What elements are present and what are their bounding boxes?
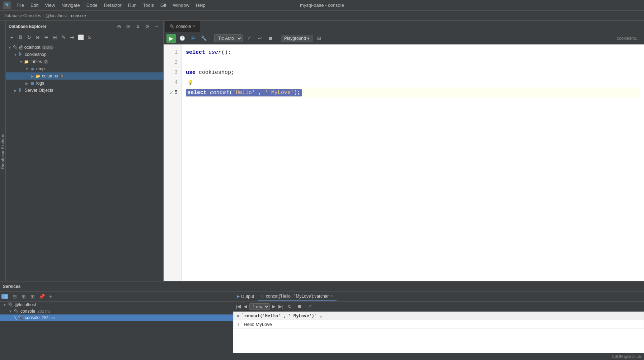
output-icon: ▶ (237, 294, 240, 299)
tree-item-emp[interactable]: ▼ ⊞ emp (6, 65, 163, 72)
rollback-button[interactable]: ↩ (255, 34, 264, 43)
profile-button[interactable]: P (189, 34, 197, 43)
collapse-all-icon[interactable]: ⊞ (20, 293, 28, 300)
breadcrumb-item-2: console (71, 13, 86, 18)
breadcrumb: Database Consoles › @localhost › console (0, 11, 644, 21)
str-mylove: ' MyLove' (265, 90, 294, 96)
new-item-icon[interactable]: + (8, 33, 16, 41)
tx-selector[interactable]: Tx: Auto (214, 34, 243, 42)
tree-item-server-objects[interactable]: ▶ 🗄 Server Objects (6, 87, 163, 94)
chevron-down-icon: ▼ (3, 303, 6, 307)
result-col-header: ⊞ `concat('Hello' , ' MyLove')` ▲ (234, 312, 644, 320)
first-page-button[interactable]: |◀ (235, 304, 241, 309)
minimize-icon[interactable]: − (152, 23, 160, 30)
pin-icon[interactable]: 📌 (38, 293, 46, 300)
menu-edit[interactable]: Edit (28, 1, 41, 9)
filter-tree-icon[interactable]: ⧖ (85, 33, 93, 41)
bulb-icon: 💡 (187, 80, 193, 86)
tab-close-icon[interactable]: ✕ (193, 24, 196, 28)
result-tab-label: concat('Hello', ' MyLove'):varchar (266, 294, 329, 299)
keyword-use: use (186, 70, 196, 76)
sidebar-toolbar: + ⧉ ↻ ⊖ ≣ ⊞ ✎ ⇥ ⬜ ⧖ (6, 32, 163, 42)
commit-button[interactable]: ✓ (245, 34, 253, 43)
session-console-1[interactable]: ▼ 🔌 console 282 ms (0, 308, 233, 314)
code-line-1: select user(); (186, 47, 640, 57)
chevron-down-icon: ▼ (24, 67, 29, 71)
db-name: cookieshop; (199, 70, 234, 76)
run-button[interactable]: ▶ (166, 34, 176, 43)
session-localhost[interactable]: ▼ 🔌 @localhost (0, 302, 233, 308)
result-table-container[interactable]: ⊞ `concat('Hello' , ' MyLove')` ▲ 1 H (233, 312, 644, 353)
stop-button[interactable]: ⏹ (266, 34, 275, 43)
menu-git[interactable]: Git (158, 1, 169, 9)
settings-icon[interactable]: ⚙ (143, 23, 151, 30)
result-tab-close-icon[interactable]: ✕ (330, 294, 333, 298)
refresh-tree-icon[interactable]: ↻ (25, 33, 33, 41)
breadcrumb-item-1[interactable]: @localhost (46, 13, 67, 18)
menu-refactor[interactable]: Refactor (101, 1, 124, 9)
tree-item-localhost[interactable]: ▼ 🔌 @localhost 1 of 5 (6, 44, 163, 51)
expand-all-icon[interactable]: ⊟ (11, 293, 19, 300)
menu-navigate[interactable]: Navigate (58, 1, 83, 9)
filter-icon[interactable]: ≡ (134, 23, 142, 30)
copy-icon[interactable]: ⧉ (17, 33, 24, 41)
breadcrumb-item-0[interactable]: Database Consoles (4, 13, 41, 18)
menu-tools[interactable]: Tools (140, 1, 157, 9)
menu-run[interactable]: Run (125, 1, 140, 9)
prev-page-button[interactable]: ◀ (243, 304, 248, 309)
menu-view[interactable]: View (42, 1, 58, 9)
cookieshop-label: cookieshop (25, 52, 47, 57)
edit-icon[interactable]: ✎ (60, 33, 67, 41)
last-page-button[interactable]: ▶| (278, 304, 284, 309)
refresh-icon[interactable]: ⟳ (124, 23, 132, 30)
code-line-3: use cookieshop; (186, 67, 640, 77)
chevron-right-icon: ▶ (24, 81, 29, 85)
refresh-result-button[interactable]: ↻ (286, 302, 294, 311)
emp-label: emp (36, 66, 44, 71)
server-icon: 🗄 (18, 87, 24, 93)
tree-item-columns[interactable]: ▶ 📂 columns 8 (6, 72, 163, 80)
bottom-panel: Services Tx ⊟ ⊞ ⊞ 📌 + ▼ 🔌 @localhost (0, 281, 644, 360)
menu-bar: 🐬 File Edit View Navigate Code Refactor … (0, 0, 644, 11)
menu-window[interactable]: Window (170, 1, 192, 9)
history-button[interactable]: 🕐 (178, 34, 187, 43)
result-cell: 1 Hello MyLove (234, 320, 644, 329)
tree-item-tables[interactable]: ▼ 📁 tables 2 (6, 58, 163, 65)
code-line-2 (186, 57, 640, 67)
stop-result-button[interactable]: ⏹ (296, 302, 304, 311)
session-console-2[interactable]: ╲ 🔌 console 282 ms (0, 314, 233, 321)
side-tab-database-explorer[interactable]: Database Explorer (0, 21, 6, 281)
localhost-badge: 1 of 5 (42, 46, 54, 49)
next-page-button[interactable]: ▶ (271, 304, 276, 309)
chevron-icon: ╲ (14, 316, 17, 320)
code-editor[interactable]: 1 2 3 4 ✓5 select user(); use cookieshop… (164, 44, 644, 281)
code-line-4: 💡 (186, 77, 640, 87)
tab-result[interactable]: ⊞ concat('Hello', ' MyLove'):varchar ✕ (258, 292, 337, 301)
menu-help[interactable]: Help (193, 1, 208, 9)
menu-code[interactable]: Code (84, 1, 100, 9)
grid-view-icon[interactable]: ⊞ (29, 293, 37, 300)
expand-icon[interactable]: ≣ (42, 33, 50, 41)
menu-file[interactable]: File (14, 1, 27, 9)
row-number: 1 (237, 322, 243, 327)
add-session-icon[interactable]: + (47, 293, 55, 300)
screenshot-icon[interactable]: ⬜ (77, 33, 85, 41)
jump-icon[interactable]: ⇥ (68, 33, 76, 41)
tree-item-logs[interactable]: ▶ ⊞ logs (6, 80, 163, 87)
breadcrumb-sep-1: › (68, 13, 70, 18)
collapse-icon[interactable]: ⊖ (34, 33, 42, 41)
tab-output[interactable]: ▶ Output (233, 292, 258, 301)
footer-text: CSDN @落水 zh (612, 354, 641, 359)
explain-button[interactable]: 🔧 (199, 34, 208, 43)
line-num-3: 3 (164, 67, 181, 77)
toolbar-separator (211, 35, 211, 42)
table-icon[interactable]: ⊞ (51, 33, 59, 41)
tab-console[interactable]: 🔌 console ✕ (165, 21, 200, 32)
rows-per-page-select[interactable]: 1 row (249, 303, 270, 310)
export-button[interactable]: ↗ (306, 302, 314, 311)
code-content[interactable]: select user(); use cookieshop; 💡 select … (182, 44, 644, 281)
add-connection-icon[interactable]: ⊕ (115, 23, 123, 30)
grid-button[interactable]: ⊞ (315, 34, 323, 43)
playground-button[interactable]: Playground ▾ (281, 35, 312, 42)
tree-item-cookieshop[interactable]: ▼ 🗄 cookieshop (6, 51, 163, 58)
